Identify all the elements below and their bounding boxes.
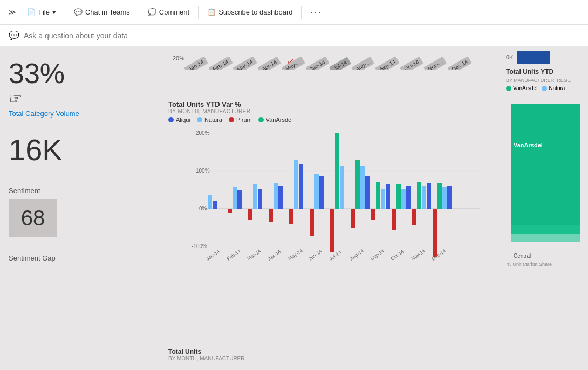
right-legend-label-vanarsdel: VanArsdel — [513, 85, 537, 91]
right-legend-natura: Natura — [542, 85, 565, 91]
category-volume-card: 33% ☞ Total Category Volume — [9, 55, 153, 122]
svg-rect-22 — [314, 174, 319, 209]
svg-text:Jan-14: Jan-14 — [205, 249, 220, 262]
right-bar-svg: VanArsdel Central % Unit Market Share — [506, 93, 586, 266]
separator-4 — [301, 6, 302, 19]
svg-text:-100%: -100% — [192, 243, 207, 249]
bar-chart-area: 200% 100% 0% -100% — [168, 125, 495, 276]
month-chip-oct[interactable]: Oct-14 — [400, 57, 423, 70]
svg-rect-39 — [406, 186, 411, 209]
svg-text:VanArsdel: VanArsdel — [514, 142, 543, 148]
subscribe-button[interactable]: 📋 Subscribe to dashboard — [203, 6, 297, 18]
svg-rect-41 — [422, 186, 426, 209]
right-legend: VanArsdel Natura — [506, 85, 584, 91]
svg-rect-16 — [274, 183, 278, 209]
legend-dot-vanarsdel — [258, 117, 264, 122]
comment-button[interactable]: 💭 Comment — [143, 6, 194, 18]
legend-label-aliqui: Aliqui — [176, 117, 190, 123]
svg-text:Apr-14: Apr-14 — [266, 249, 282, 262]
svg-rect-42 — [412, 209, 416, 225]
chart-title: Total Units YTD Var % — [168, 100, 495, 108]
svg-rect-11 — [237, 190, 242, 209]
qa-input[interactable] — [24, 31, 207, 40]
separator-1 — [65, 6, 65, 19]
svg-rect-44 — [437, 183, 442, 209]
month-chip-apr[interactable]: Apr-14 — [257, 57, 281, 70]
svg-text:Oct-14: Oct-14 — [389, 249, 405, 262]
svg-rect-33 — [381, 189, 385, 209]
comment-icon: 💭 — [148, 8, 156, 16]
chat-button[interactable]: 💬 Chat in Teams — [70, 6, 134, 18]
file-chevron-icon: ▾ — [52, 8, 56, 16]
timeline-container: 20% ↙ Jan-14 Feb-14 Mar-14 Apr-14 May-..… — [168, 53, 495, 96]
sentiment-card: Sentiment 68 — [9, 178, 153, 241]
month-chip-feb[interactable]: Feb-14 — [208, 57, 233, 70]
legend-aliqui: Aliqui — [168, 117, 190, 123]
sentiment-value-box: 68 — [9, 199, 57, 237]
svg-rect-18 — [269, 209, 273, 222]
svg-rect-19 — [294, 160, 298, 209]
right-chart-sub: BY MANUFACTURER, REG... — [506, 78, 584, 83]
month-chip-jan[interactable]: Jan-14 — [184, 57, 208, 70]
svg-text:Nov-14: Nov-14 — [410, 248, 426, 262]
month-chip-jun[interactable]: Jun-14 — [305, 57, 329, 70]
bar-chart-section: Total Units YTD Var % BY MONTH, MANUFACT… — [168, 100, 495, 341]
legend-vanarsdel: VanArsdel — [258, 117, 293, 123]
month-chip-sep[interactable]: Sep-14 — [375, 57, 400, 70]
subscribe-label: Subscribe to dashboard — [218, 8, 292, 16]
subscribe-icon: 📋 — [207, 8, 216, 16]
chat-label: Chat in Teams — [85, 8, 130, 16]
total-units-label: Total Units BY MONTH, MANUFACTURER — [168, 348, 245, 361]
sentiment-gap-label: Sentiment Gap — [9, 250, 153, 262]
left-panel: 33% ☞ Total Category Volume 16K Sentimen… — [0, 46, 162, 370]
file-icon: 📄 — [27, 8, 36, 16]
svg-rect-8 — [208, 195, 212, 209]
separator-2 — [139, 6, 139, 19]
qa-bar: 💬 — [0, 25, 588, 46]
more-button[interactable]: ··· — [306, 4, 326, 20]
svg-rect-62 — [511, 225, 580, 242]
svg-rect-23 — [319, 176, 324, 209]
legend-dot-aliqui — [168, 117, 174, 122]
svg-rect-14 — [258, 189, 262, 209]
svg-text:Feb-14: Feb-14 — [225, 248, 241, 262]
right-panel: 0K Total Units YTD BY MANUFACTURER, REG.… — [502, 46, 588, 370]
right-legend-vanarsdel: VanArsdel — [506, 85, 537, 91]
legend-dot-pirum — [229, 117, 234, 122]
toolbar: ≫ 📄 File ▾ 💬 Chat in Teams 💭 Comment 📋 S… — [0, 0, 588, 25]
svg-rect-29 — [360, 166, 365, 209]
svg-rect-34 — [371, 209, 375, 220]
sentiment-label: Sentiment — [9, 187, 153, 195]
separator-3 — [198, 6, 199, 19]
month-chip-dec[interactable]: Dec-14 — [447, 57, 471, 70]
svg-rect-26 — [340, 166, 344, 209]
svg-text:Sep-14: Sep-14 — [369, 248, 385, 262]
legend-label-natura: Natura — [204, 117, 222, 123]
file-label: File — [38, 8, 50, 16]
svg-rect-30 — [351, 209, 355, 228]
svg-rect-40 — [417, 182, 421, 209]
month-chip-jul[interactable]: Jul-14 — [329, 57, 351, 70]
svg-rect-27 — [330, 209, 334, 252]
file-button[interactable]: 📄 File ▾ — [23, 6, 60, 18]
units-value: 16K — [9, 135, 153, 165]
month-chip-aug[interactable]: Aug-... — [351, 57, 374, 70]
chart-subtitle: BY MONTH, MANUFACTURER — [168, 108, 495, 114]
svg-rect-9 — [213, 201, 217, 209]
sentiment-value: 68 — [21, 206, 45, 230]
svg-rect-32 — [376, 182, 380, 209]
bar-chart-svg: 200% 100% 0% -100% — [168, 125, 495, 276]
units-card: 16K — [9, 131, 153, 169]
expand-button[interactable]: ≫ — [4, 6, 20, 18]
legend-label-vanarsdel: VanArsdel — [266, 117, 293, 123]
svg-rect-47 — [447, 186, 452, 209]
legend-dot-natura — [197, 117, 202, 122]
top-right-metric: 0K — [506, 51, 584, 64]
svg-text:200%: 200% — [196, 130, 210, 136]
expand-icon: ≫ — [9, 8, 16, 16]
month-chip-mar[interactable]: Mar-14 — [233, 57, 257, 70]
svg-text:% Unit Market Share: % Unit Market Share — [507, 262, 552, 266]
top-right-blue-box — [517, 51, 550, 64]
month-chip-nov[interactable]: Nov-... — [423, 57, 447, 70]
bottom-labels: Total Units BY MONTH, MANUFACTURER — [168, 346, 495, 364]
